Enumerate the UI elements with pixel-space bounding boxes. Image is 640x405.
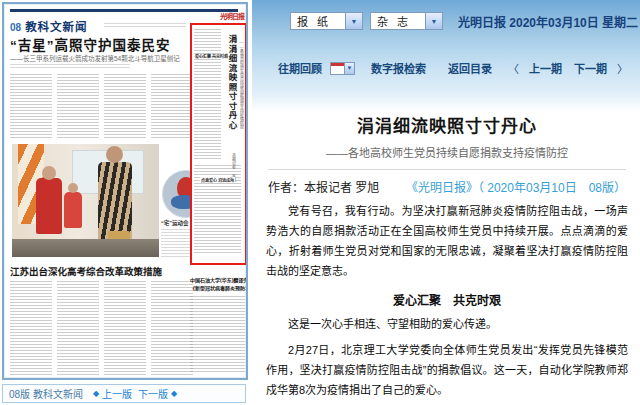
- page-header: 08 教科文新闻: [10, 18, 88, 32]
- footer-page-label: 08版 教科文新闻: [9, 386, 83, 401]
- paper-type-value: 报 纸: [291, 13, 345, 29]
- second-headline: 江苏出台深化高考综合改革政策措施: [10, 264, 194, 278]
- third-headline-line2: 《新型冠状病毒肺炎预防手册》: [190, 284, 248, 292]
- top-bar: 报 纸 ▼ 杂 志 ▼ 光明日报 2020年03月10日 星期二: [290, 11, 638, 31]
- magazine-select[interactable]: 杂 志 ▼: [370, 12, 443, 30]
- newspaper-page-image[interactable]: 08 教科文新闻 光明日报 “吉星”高照守护国泰民安 ——长三甲系列运载火箭成功…: [2, 2, 248, 380]
- next-page-link[interactable]: 下一版 ◆: [138, 386, 177, 401]
- article-view: 涓涓细流映照寸寸丹心 ——各地高校师生党员持续自愿捐款支持疫情防控 作者：本报记…: [266, 108, 628, 405]
- text-column: [10, 281, 52, 375]
- article-subtitle: ——各地高校师生党员持续自愿捐款支持疫情防控: [266, 144, 628, 160]
- prev-page-label: 上一版: [102, 386, 132, 401]
- back-to-toc-link[interactable]: 返回目录: [448, 60, 492, 76]
- reader-panel: 报 纸 ▼ 杂 志 ▼ 光明日报 2020年03月10日 星期二 往期回顾 ▼ …: [252, 0, 640, 405]
- text-column: [10, 74, 52, 140]
- next-diamond-icon: ◆: [171, 389, 177, 398]
- page-number: 08: [10, 22, 21, 33]
- article-title: 涓涓细流映照寸寸丹心: [266, 112, 628, 137]
- text-column: [151, 74, 193, 140]
- text-column: [190, 296, 245, 372]
- article-meta-row: 作者：本报记者 罗旭 《光明日报》（ 2020年03月10日 08版）: [266, 170, 628, 195]
- highlight-inner-heading: 爱心汇聚 共克时艰: [195, 53, 228, 59]
- vertical-article-subtitle: ——各地高校师生党员持续自愿捐款支持疫情防控: [238, 39, 244, 185]
- article-paragraph: 2月27日，北京理工大学党委向全体师生党员发出“发挥党员先锋模范作用，坚决打赢疫…: [266, 340, 628, 400]
- page-header-meta: [104, 23, 186, 27]
- past-issues-link[interactable]: 往期回顾: [278, 60, 322, 76]
- chevron-down-icon[interactable]: ▼: [345, 62, 355, 75]
- photo-child-figure: [64, 192, 82, 228]
- article-source: 《光明日报》（ 2020年03月10日 08版）: [406, 178, 626, 195]
- next-page-label: 下一版: [138, 386, 168, 401]
- article-paragraph: 党有号召，我有行动。为坚决打赢新冠肺炎疫情防控阻击战，一场声势浩大的自愿捐款活动…: [266, 201, 628, 281]
- article-highlight-box[interactable]: 爱心汇聚 共克时艰 涓涓细流映照寸寸丹心 ——各地高校师生党员持续自愿捐款支持疫…: [190, 23, 247, 265]
- newspaper-page-panel: 08 教科文新闻 光明日报 “吉星”高照守护国泰民安 ——长三甲系列运载火箭成功…: [0, 0, 252, 405]
- photo-teacher-figure: [98, 162, 132, 240]
- digital-search-link[interactable]: 数字报检索: [371, 60, 426, 76]
- article-body: 党有号召，我有行动。为坚决打赢新冠肺炎疫情防控阻击战，一场声势浩大的自愿捐款活动…: [266, 201, 628, 405]
- paper-type-select[interactable]: 报 纸 ▼: [290, 12, 363, 30]
- masthead-date: 光明日报 2020年03月10日 星期二: [458, 13, 638, 30]
- issue-date-picker[interactable]: ▼: [330, 62, 355, 75]
- toolbar: 往期回顾 ▼ 数字报检索 返回目录 〈 上一期 下一期 〉: [278, 58, 632, 78]
- highlight-inner-heading: 点滴爱心 涓流成海: [200, 177, 235, 183]
- article-paragraph: 这是一次心手相连、守望相助的爱心传递。: [266, 314, 628, 334]
- photo-child-figure: [36, 178, 62, 234]
- next-issue-link[interactable]: 下一期: [574, 60, 607, 76]
- calendar-icon: [330, 62, 345, 75]
- third-headline: 中国石油大学(华东)翻译完成 《新型冠状病毒肺炎预防手册》: [190, 276, 248, 292]
- magazine-value: 杂 志: [371, 13, 425, 29]
- page-top-rule: [10, 9, 238, 12]
- news-photo: [12, 144, 159, 257]
- masthead-logo: 光明日报: [220, 11, 244, 21]
- section-heading: 爱心汇聚 共克时艰: [266, 291, 628, 308]
- main-headline: “吉星”高照守护国泰民安: [10, 34, 190, 54]
- section-title: 教科文新闻: [25, 18, 88, 34]
- text-column: [104, 74, 146, 140]
- text-column: [151, 281, 193, 375]
- text-column: [194, 29, 221, 159]
- prev-page-link[interactable]: ◆ 上一版: [93, 386, 132, 401]
- main-subheadline: ——长三甲系列运载火箭成功发射第54颗北斗导航卫星侧记: [10, 53, 190, 63]
- article-author: 作者：本报记者 罗旭: [268, 178, 379, 195]
- next-arrow-icon: 〉: [617, 60, 628, 76]
- main-byline: [10, 64, 130, 68]
- page-footer: 08版 教科文新闻 ◆ 上一版 下一版 ◆: [2, 384, 246, 403]
- text-column: [104, 281, 146, 375]
- prev-arrow-icon: 〈: [508, 60, 519, 76]
- chevron-down-icon[interactable]: ▼: [345, 13, 362, 29]
- chevron-down-icon[interactable]: ▼: [425, 13, 442, 29]
- photo-floor: [12, 239, 159, 257]
- text-column: [57, 74, 99, 140]
- prev-issue-link[interactable]: 上一期: [529, 60, 562, 76]
- prev-diamond-icon: ◆: [93, 389, 99, 398]
- third-headline-line1: 中国石油大学(华东)翻译完成: [190, 276, 248, 284]
- text-column: [57, 281, 99, 375]
